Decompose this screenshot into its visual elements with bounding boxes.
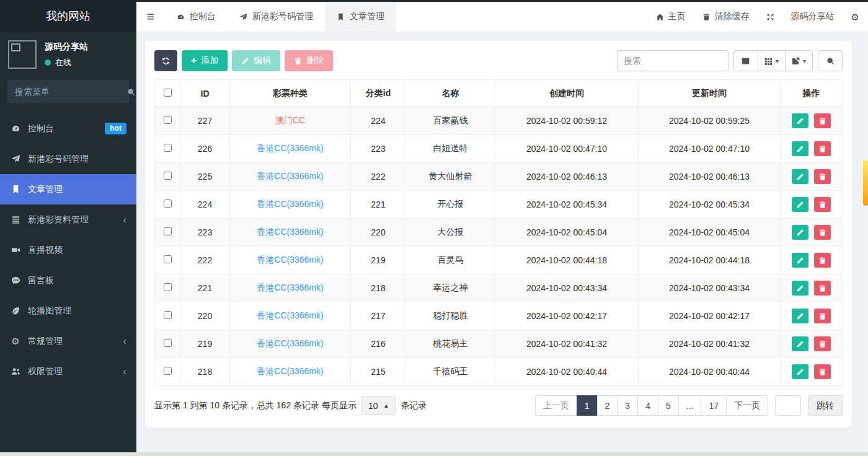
clear-cache-link[interactable]: 清除缓存: [702, 11, 750, 22]
jump-page-input[interactable]: [775, 395, 801, 416]
row-edit-button[interactable]: [792, 309, 808, 323]
vertical-scrollbar-thumb[interactable]: [863, 160, 868, 206]
row-delete-button[interactable]: [814, 253, 831, 268]
lottery-link[interactable]: 香港CC(3366mk): [257, 283, 323, 292]
row-checkbox[interactable]: [164, 200, 172, 208]
row-edit-button[interactable]: [792, 336, 808, 351]
row-delete-button[interactable]: [814, 364, 831, 379]
page-button-2[interactable]: 2: [597, 395, 618, 416]
row-delete-button[interactable]: [814, 169, 831, 184]
lottery-link[interactable]: 香港CC(3366mk): [257, 199, 323, 209]
sidebar-item-live-video[interactable]: 直播视频: [0, 235, 136, 265]
delete-button[interactable]: 删除: [285, 50, 333, 71]
row-delete-button[interactable]: [814, 113, 831, 128]
row-checkbox[interactable]: [164, 255, 172, 263]
fullscreen-button[interactable]: [766, 13, 774, 21]
row-edit-button[interactable]: [792, 169, 808, 184]
table-row[interactable]: 220 香港CC(3366mk) 217 稳打稳胜 2024-10-02 00:…: [155, 302, 843, 330]
row-delete-button[interactable]: [814, 197, 831, 212]
table-row[interactable]: 226 香港CC(3366mk) 223 白姐送特 2024-10-02 00:…: [155, 135, 843, 163]
table-row[interactable]: 221 香港CC(3366mk) 218 幸运之神 2024-10-02 00:…: [155, 274, 843, 302]
page-button-4[interactable]: 4: [637, 395, 658, 416]
table-row[interactable]: 225 香港CC(3366mk) 222 黄大仙射箭 2024-10-02 00…: [155, 163, 843, 191]
home-link[interactable]: 主页: [656, 11, 686, 22]
table-row[interactable]: 224 香港CC(3366mk) 221 开心报 2024-10-02 00:4…: [155, 191, 843, 219]
row-edit-button[interactable]: [792, 281, 808, 296]
lottery-link[interactable]: 香港CC(3366mk): [257, 366, 323, 376]
sidebar-item-permissions[interactable]: 权限管理 ‹: [0, 356, 136, 387]
sidebar-search-input[interactable]: [15, 87, 127, 97]
row-checkbox[interactable]: [164, 339, 172, 347]
table-row[interactable]: 222 香港CC(3366mk) 219 百灵鸟 2024-10-02 00:4…: [155, 247, 843, 274]
export-button[interactable]: ▾: [785, 50, 813, 71]
tab-dashboard[interactable]: 控制台: [165, 2, 228, 32]
tab-articles[interactable]: 文章管理: [325, 2, 396, 32]
row-checkbox[interactable]: [164, 311, 172, 319]
select-all-checkbox[interactable]: [164, 89, 172, 97]
row-delete-button[interactable]: [814, 281, 831, 296]
sidebar-item-lottery-data[interactable]: 新港彩资料管理 ‹: [0, 204, 136, 235]
page-button-3[interactable]: 3: [617, 395, 638, 416]
page-button-1[interactable]: 1: [577, 395, 598, 416]
table-search-input[interactable]: [617, 50, 728, 71]
cell-id: 225: [180, 163, 230, 191]
row-checkbox[interactable]: [164, 367, 172, 375]
lottery-link[interactable]: 香港CC(3366mk): [257, 227, 323, 237]
site-user-label: 源码分享站: [791, 11, 835, 22]
sidebar-item-message-board[interactable]: 留言板: [0, 265, 136, 296]
lottery-link[interactable]: 香港CC(3366mk): [257, 255, 323, 265]
row-checkbox[interactable]: [164, 172, 172, 180]
add-button[interactable]: + 添加: [182, 50, 228, 71]
page-button-17[interactable]: 17: [701, 395, 727, 416]
horizontal-scrollbar[interactable]: [0, 452, 868, 456]
hamburger-menu-icon[interactable]: ≡: [136, 2, 165, 32]
table-row[interactable]: 219 香港CC(3366mk) 216 桃花易主 2024-10-02 00:…: [155, 330, 843, 358]
table-row[interactable]: 223 香港CC(3366mk) 220 大公报 2024-10-02 00:4…: [155, 219, 843, 247]
jump-button[interactable]: 跳转: [808, 395, 843, 416]
prev-page-button[interactable]: 上一页: [535, 395, 577, 416]
lottery-link[interactable]: 香港CC(3366mk): [257, 171, 323, 181]
row-delete-button[interactable]: [814, 141, 831, 156]
vertical-scrollbar-track[interactable]: [863, 32, 868, 456]
next-page-button[interactable]: 下一页: [726, 395, 768, 416]
row-edit-button[interactable]: [792, 197, 808, 212]
row-checkbox[interactable]: [164, 144, 172, 152]
row-delete-button[interactable]: [814, 309, 831, 323]
sidebar-item-general[interactable]: ⚙ 常规管理 ‹: [0, 326, 136, 356]
row-checkbox[interactable]: [164, 283, 172, 291]
header-checkbox-cell: [155, 80, 180, 107]
edit-button[interactable]: 编辑: [232, 50, 280, 71]
table-row[interactable]: 218 香港CC(3366mk) 215 千禧码王 2024-10-02 00:…: [155, 358, 843, 386]
row-edit-button[interactable]: [792, 364, 808, 379]
users-icon: [10, 367, 21, 376]
sidebar-item-dashboard[interactable]: 控制台 hot: [0, 113, 136, 144]
columns-button[interactable]: ▾: [758, 50, 786, 71]
site-user-menu[interactable]: 源码分享站: [791, 11, 835, 22]
sidebar-item-carousel[interactable]: 轮播图管理: [0, 296, 136, 326]
lottery-link[interactable]: 澳门CC: [275, 115, 305, 125]
row-edit-button[interactable]: [792, 141, 808, 156]
row-delete-button[interactable]: [814, 336, 831, 351]
table-row[interactable]: 227 澳门CC 224 百家赢钱 2024-10-02 00:59:12 20…: [155, 107, 843, 135]
lottery-link[interactable]: 香港CC(3366mk): [257, 143, 323, 153]
detail-view-button[interactable]: [733, 50, 758, 71]
sidebar-item-articles[interactable]: 文章管理: [0, 174, 136, 204]
row-edit-button[interactable]: [792, 113, 808, 128]
refresh-button[interactable]: [154, 50, 177, 71]
toggle-search-button[interactable]: [818, 50, 843, 71]
row-edit-button[interactable]: [792, 225, 808, 240]
lottery-link[interactable]: 香港CC(3366mk): [257, 338, 323, 348]
settings-button[interactable]: ⚙: [851, 12, 859, 22]
lottery-link[interactable]: 香港CC(3366mk): [257, 310, 323, 320]
page-button-5[interactable]: 5: [658, 395, 679, 416]
sidebar-item-lottery-number[interactable]: 新港彩号码管理: [0, 144, 136, 174]
tab-lottery-number[interactable]: 新港彩号码管理: [228, 2, 325, 32]
row-checkbox[interactable]: [164, 227, 172, 235]
cell-created: 2024-10-02 00:41:32: [495, 330, 639, 358]
row-checkbox[interactable]: [164, 116, 172, 124]
row-edit-button[interactable]: [792, 253, 808, 268]
pagination-info-suffix: 条记录: [401, 400, 427, 411]
page-size-select[interactable]: 10 ▲: [361, 396, 396, 415]
cell-name: 大公报: [406, 219, 495, 247]
row-delete-button[interactable]: [814, 225, 831, 240]
